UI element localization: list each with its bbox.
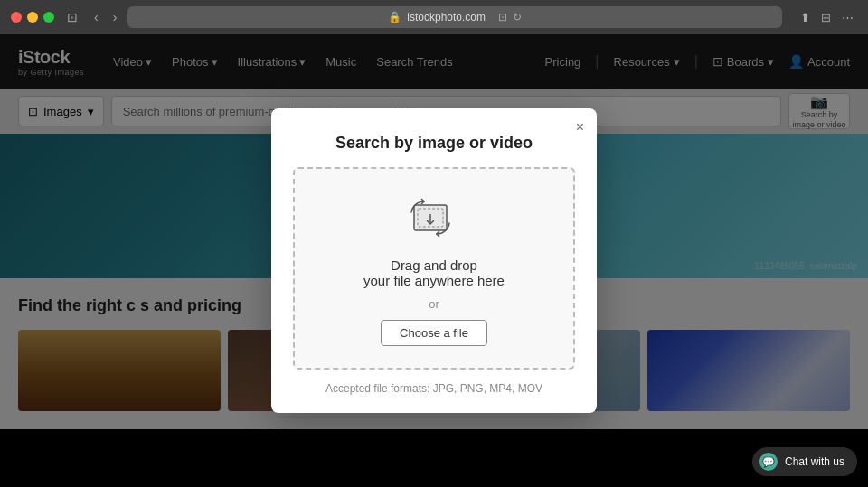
choose-file-button[interactable]: Choose a file bbox=[381, 320, 487, 346]
drop-text-main: Drag and drop bbox=[391, 258, 477, 273]
address-bar[interactable]: 🔒 istockphoto.com ⊡ ↻ bbox=[127, 6, 782, 28]
lock-icon: 🔒 bbox=[388, 11, 401, 23]
upload-icon-wrap bbox=[407, 196, 461, 245]
forward-button[interactable]: › bbox=[109, 8, 121, 26]
modal-title: Search by image or video bbox=[293, 134, 575, 153]
chat-widget[interactable]: 💬 Chat with us bbox=[752, 447, 857, 476]
modal-close-button[interactable]: × bbox=[576, 119, 584, 136]
drop-text-sub: your file anywhere here bbox=[363, 273, 505, 288]
chat-label: Chat with us bbox=[785, 455, 844, 468]
refresh-icon[interactable]: ↻ bbox=[513, 11, 522, 23]
fullscreen-window-button[interactable] bbox=[43, 12, 54, 23]
share-button[interactable]: ⬆ bbox=[797, 9, 814, 26]
extensions-button[interactable]: ⋯ bbox=[838, 9, 857, 26]
chat-icon: 💬 bbox=[760, 453, 778, 471]
traffic-lights bbox=[11, 12, 54, 23]
search-by-image-modal: × Search by image or video bbox=[271, 108, 597, 413]
modal-overlay: × Search by image or video bbox=[0, 34, 868, 487]
website: iStock by Getty Images Video ▾ Photos ▾ … bbox=[0, 34, 868, 487]
browser-chrome: ⊡ ‹ › 🔒 istockphoto.com ⊡ ↻ ⬆ ⊞ ⋯ bbox=[0, 0, 868, 34]
accepted-formats: Accepted file formats: JPG, PNG, MP4, MO… bbox=[293, 382, 575, 395]
drop-zone[interactable]: Drag and drop your file anywhere here or… bbox=[293, 167, 575, 370]
url-text: istockphoto.com bbox=[407, 11, 486, 23]
new-tab-button[interactable]: ⊞ bbox=[817, 9, 835, 26]
minimize-window-button[interactable] bbox=[27, 12, 38, 23]
browser-actions: ⬆ ⊞ ⋯ bbox=[797, 9, 857, 26]
upload-icon bbox=[407, 196, 461, 241]
close-window-button[interactable] bbox=[11, 12, 22, 23]
back-button[interactable]: ‹ bbox=[90, 8, 102, 26]
sidebar-toggle-button[interactable]: ⊡ bbox=[61, 8, 83, 26]
screen-share-icon: ⊡ bbox=[498, 11, 507, 23]
drop-or-text: or bbox=[429, 297, 439, 311]
